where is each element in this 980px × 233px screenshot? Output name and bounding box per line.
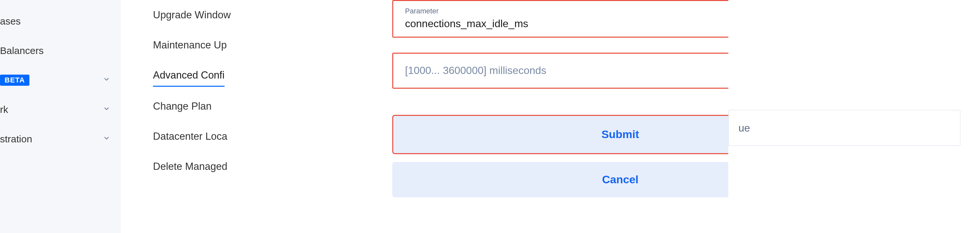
nav-item-label: Advanced Confi: [153, 69, 224, 81]
sidebar-item-databases[interactable]: ases: [0, 6, 121, 36]
sidebar-item-label: stration: [0, 134, 32, 145]
nav-upgrade-window[interactable]: Upgrade Window: [153, 0, 231, 30]
chevron-down-icon: [103, 105, 110, 115]
sidebar-item-balancers[interactable]: Balancers: [0, 36, 121, 65]
chevron-down-icon: [103, 134, 110, 144]
sidebar-item-network[interactable]: rk: [0, 95, 121, 124]
nav-advanced-config[interactable]: Advanced Confi: [153, 60, 224, 87]
sidebar-item-beta[interactable]: BETA: [0, 65, 121, 95]
sidebar-item-label: Balancers: [0, 45, 43, 56]
nav-item-label: Upgrade Window: [153, 9, 231, 21]
right-panel: ue: [728, 0, 980, 233]
beta-badge: BETA: [0, 75, 29, 86]
nav-item-label: Delete Managed: [153, 161, 228, 172]
main-panel: Upgrade Window Maintenance Up Advanced C…: [121, 0, 980, 233]
secondary-nav: Upgrade Window Maintenance Up Advanced C…: [153, 0, 231, 182]
nav-item-label: Datacenter Loca: [153, 131, 227, 142]
sidebar-item-administration[interactable]: stration: [0, 124, 121, 154]
submit-button-label: Submit: [601, 128, 639, 141]
sidebar-item-label: rk: [0, 104, 8, 115]
sidebar: ases Balancers BETA rk stration: [0, 0, 121, 233]
nav-datacenter[interactable]: Datacenter Loca: [153, 121, 231, 152]
sidebar-item-label: ases: [0, 16, 21, 27]
nav-change-plan[interactable]: Change Plan: [153, 91, 231, 121]
cancel-button-label: Cancel: [602, 173, 639, 186]
right-placeholder-field[interactable]: ue: [728, 110, 960, 146]
nav-delete-managed[interactable]: Delete Managed: [153, 152, 231, 182]
nav-item-label: Maintenance Up: [153, 39, 227, 51]
chevron-down-icon: [103, 75, 110, 85]
nav-item-label: Change Plan: [153, 101, 212, 112]
right-field-text: ue: [738, 122, 750, 134]
nav-maintenance[interactable]: Maintenance Up: [153, 30, 231, 60]
